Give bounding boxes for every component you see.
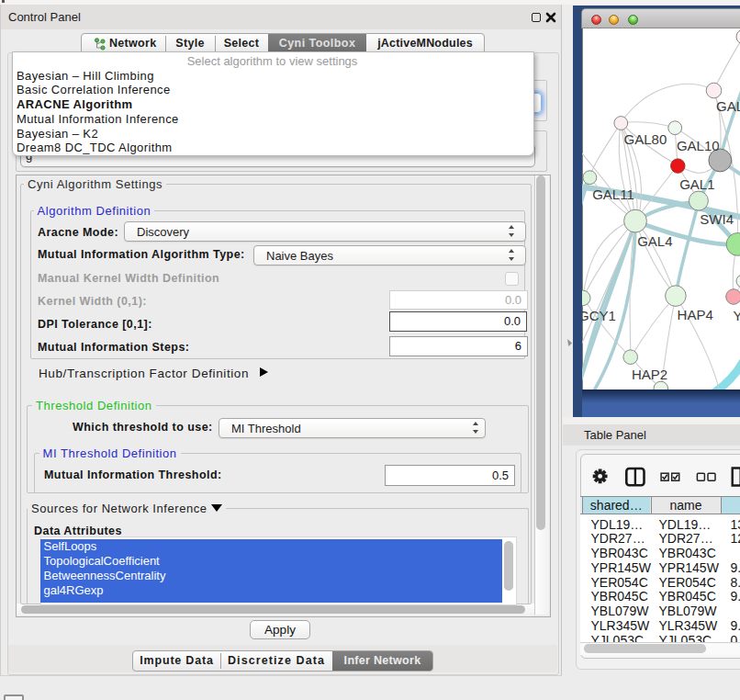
svg-text:GAL4: GAL4 [637,233,672,249]
svg-text:GAL10: GAL10 [677,138,720,153]
svg-text:GAL11: GAL11 [592,186,634,202]
svg-text:GCY1: GCY1 [582,308,616,323]
svg-text:HAP2: HAP2 [632,367,667,382]
svg-text:SWI4: SWI4 [700,211,734,227]
svg-text:GAL80: GAL80 [624,131,667,147]
svg-text:GAL1: GAL1 [679,176,714,192]
svg-text:Y: Y [734,308,740,323]
svg-text:HAP4: HAP4 [678,307,713,322]
svg-text:GAL7: GAL7 [716,98,740,114]
